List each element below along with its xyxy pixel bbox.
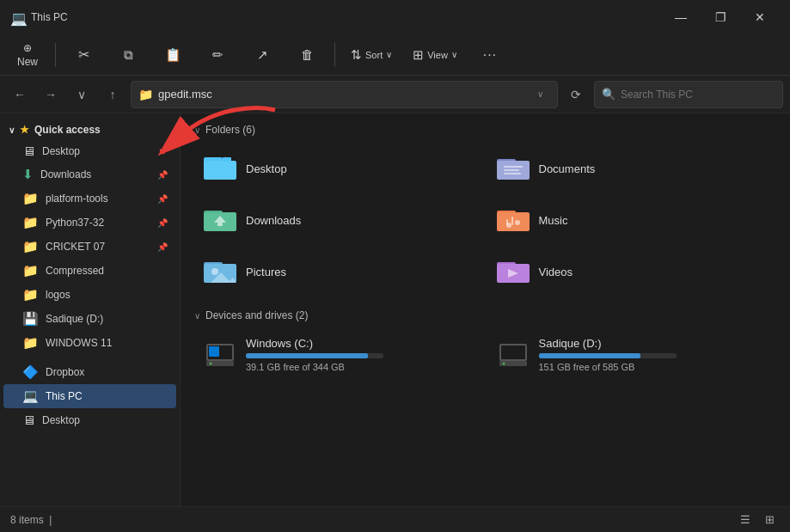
share-icon: ↗ bbox=[257, 47, 268, 63]
folder-icon-music bbox=[496, 203, 530, 237]
drive-progress-windows-c bbox=[246, 353, 383, 358]
close-button[interactable]: ✕ bbox=[740, 3, 780, 31]
drive-info-sadique-d: Sadique (D:) 151 GB free of 585 GB bbox=[539, 337, 677, 372]
folder-label-pictures: Pictures bbox=[246, 266, 286, 278]
main-layout: ∨ ★ Quick access 🖥 Desktop 📌 ⬇ Downloads… bbox=[0, 113, 790, 506]
pc-icon: 💻 bbox=[22, 388, 39, 404]
svg-rect-16 bbox=[511, 217, 513, 225]
list-view-button[interactable]: ☰ bbox=[735, 510, 756, 530]
drive-icon: 💾 bbox=[22, 311, 39, 327]
drive-label-sadique-d: Sadique (D:) bbox=[539, 337, 677, 350]
expand-button[interactable]: ∨ bbox=[69, 82, 95, 107]
grid-view-button[interactable]: ⊞ bbox=[759, 510, 780, 530]
sidebar-item-label: CRICKET 07 bbox=[46, 241, 105, 253]
downloads-icon: ⬇ bbox=[22, 167, 34, 182]
new-icon: ⊕ bbox=[23, 42, 32, 54]
sidebar-item-this-pc[interactable]: 💻 This PC bbox=[3, 384, 176, 408]
sort-button[interactable]: ⇅ Sort ∨ bbox=[342, 38, 401, 72]
refresh-icon: ⟳ bbox=[571, 88, 581, 101]
drive-progress-fill-sadique-d bbox=[539, 353, 641, 358]
folder-label-videos: Videos bbox=[539, 266, 573, 278]
search-wrap[interactable]: 🔍 bbox=[594, 81, 783, 108]
sidebar-item-label: platform-tools bbox=[46, 193, 108, 205]
folder-item-music[interactable]: Music bbox=[487, 196, 777, 244]
sidebar-item-compressed[interactable]: 📁 Compressed bbox=[3, 259, 176, 283]
sidebar-item-cricket07[interactable]: 📁 CRICKET 07 📌 bbox=[3, 235, 176, 259]
search-input[interactable] bbox=[621, 89, 775, 101]
folder-icon-pictures bbox=[203, 254, 237, 289]
sort-label: Sort bbox=[365, 50, 383, 60]
folder-item-documents[interactable]: Documents bbox=[487, 144, 777, 193]
forward-button[interactable]: → bbox=[38, 82, 64, 107]
title-bar: 💻 This PC — ❐ ✕ bbox=[0, 0, 790, 34]
sidebar-item-windows11[interactable]: 📁 WINDOWS 11 bbox=[3, 331, 176, 355]
sidebar-item-label: Desktop bbox=[42, 414, 80, 426]
sidebar-item-downloads[interactable]: ⬇ Downloads 📌 bbox=[3, 162, 176, 187]
folder-item-desktop[interactable]: Desktop bbox=[194, 144, 484, 193]
delete-button[interactable]: 🗑 bbox=[286, 38, 328, 72]
sidebar-item-sadique-d[interactable]: 💾 Sadique (D:) bbox=[3, 307, 176, 331]
more-button[interactable]: ··· bbox=[469, 38, 511, 72]
folder-icon: 📁 bbox=[22, 239, 39, 254]
cut-button[interactable]: ✂ bbox=[63, 38, 104, 72]
folder-icon: 📁 bbox=[22, 263, 39, 278]
folders-section-label: Folders (6) bbox=[205, 124, 255, 136]
folder-item-pictures[interactable]: Pictures bbox=[194, 248, 484, 296]
drive-item-windows-c[interactable]: Windows (C:) 39.1 GB free of 344 GB bbox=[194, 330, 484, 379]
address-input-wrap[interactable]: 📁 ∨ bbox=[131, 81, 558, 108]
app-icon: 💻 bbox=[10, 10, 24, 24]
address-folder-icon: 📁 bbox=[138, 88, 153, 101]
view-label: View bbox=[427, 50, 448, 60]
share-button[interactable]: ↗ bbox=[242, 38, 283, 72]
toolbar: ⊕ New ✂ ⧉ 📋 ✏ ↗ 🗑 ⇅ Sort ∨ ⊞ View ∨ ··· bbox=[0, 34, 790, 76]
pin-icon: 📌 bbox=[157, 194, 168, 204]
drive-icon-windows-c bbox=[203, 338, 237, 372]
maximize-button[interactable]: ❐ bbox=[701, 3, 740, 31]
paste-button[interactable]: 📋 bbox=[152, 38, 193, 72]
cut-icon: ✂ bbox=[78, 46, 89, 63]
folder-icon: 📁 bbox=[22, 287, 39, 303]
minimize-button[interactable]: — bbox=[661, 3, 701, 31]
sidebar-item-logos[interactable]: 📁 logos bbox=[3, 283, 176, 307]
new-button[interactable]: ⊕ New bbox=[7, 38, 48, 72]
window-title: This PC bbox=[31, 11, 68, 23]
folders-section-header[interactable]: ∨ Folders (6) bbox=[194, 124, 776, 136]
drives-section-header[interactable]: ∨ Devices and drives (2) bbox=[194, 309, 776, 321]
address-dropdown-button[interactable]: ∨ bbox=[530, 84, 550, 105]
sidebar: ∨ ★ Quick access 🖥 Desktop 📌 ⬇ Downloads… bbox=[0, 113, 181, 506]
sidebar-item-dropbox[interactable]: 🔷 Dropbox bbox=[3, 360, 176, 384]
view-button[interactable]: ⊞ View ∨ bbox=[404, 38, 466, 72]
pin-icon: 📌 bbox=[157, 242, 168, 252]
quick-access-star-icon: ★ bbox=[20, 124, 29, 136]
drive-item-sadique-d[interactable]: Sadique (D:) 151 GB free of 585 GB bbox=[487, 330, 777, 379]
folder-icon-videos bbox=[496, 254, 530, 289]
sidebar-item-python37-32[interactable]: 📁 Python37-32 📌 bbox=[3, 211, 176, 235]
refresh-button[interactable]: ⟳ bbox=[563, 82, 589, 107]
folders-chevron-icon: ∨ bbox=[194, 125, 200, 135]
sidebar-item-label: Desktop bbox=[42, 145, 80, 157]
sidebar-item-label: Downloads bbox=[40, 168, 91, 180]
svg-point-20 bbox=[211, 268, 218, 275]
sort-icon: ⇅ bbox=[351, 47, 362, 63]
status-bar: 8 items | ☰ ⊞ bbox=[0, 506, 790, 532]
pin-icon: 📌 bbox=[157, 146, 168, 156]
sidebar-item-desktop-bottom[interactable]: 🖥 Desktop bbox=[3, 408, 176, 431]
folder-label-documents: Documents bbox=[539, 162, 596, 175]
drive-info-windows-c: Windows (C:) 39.1 GB free of 344 GB bbox=[246, 337, 383, 372]
pin-icon: 📌 bbox=[157, 170, 168, 180]
sidebar-item-desktop[interactable]: 🖥 Desktop 📌 bbox=[3, 139, 176, 162]
sidebar-item-platform-tools[interactable]: 📁 platform-tools 📌 bbox=[3, 187, 176, 211]
back-button[interactable]: ← bbox=[7, 82, 33, 107]
copy-button[interactable]: ⧉ bbox=[107, 38, 149, 72]
folder-label-desktop: Desktop bbox=[246, 162, 287, 175]
folder-icon-desktop bbox=[203, 151, 237, 186]
address-input[interactable] bbox=[158, 88, 524, 101]
rename-button[interactable]: ✏ bbox=[197, 38, 238, 72]
up-button[interactable]: ↑ bbox=[100, 82, 126, 107]
folder-item-downloads[interactable]: Downloads bbox=[194, 196, 484, 244]
folder-item-videos[interactable]: Videos bbox=[487, 248, 777, 296]
quick-access-label[interactable]: ∨ ★ Quick access bbox=[0, 120, 180, 139]
sidebar-item-label: Python37-32 bbox=[46, 217, 104, 229]
drive-free-sadique-d: 151 GB free of 585 GB bbox=[539, 362, 677, 372]
svg-rect-2 bbox=[223, 157, 231, 162]
